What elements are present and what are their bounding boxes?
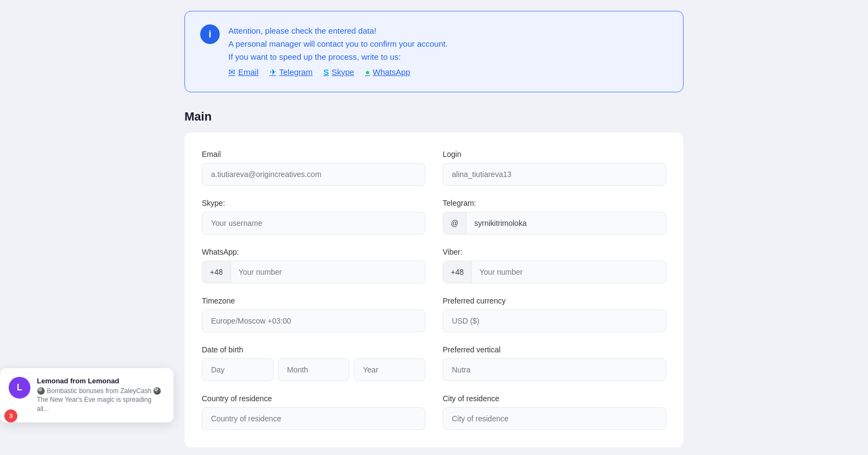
- dob-day-input[interactable]: [202, 358, 273, 381]
- whatsapp-label: WhatsApp:: [202, 248, 425, 256]
- skype-icon: S: [323, 66, 329, 79]
- notification-popup[interactable]: L Lemonad from Lemonad 🎱 Bombastic bonus…: [0, 368, 174, 422]
- notif-line1: 🎱 Bombastic bonuses from ZaleyCash 🎱: [37, 387, 165, 396]
- form-card: Email Login Skype: Telegram: @: [184, 132, 684, 447]
- dob-label: Date of birth: [202, 345, 425, 354]
- whatsapp-prefix: +48: [202, 261, 231, 283]
- viber-input[interactable]: [472, 261, 666, 283]
- alert-line2: A personal manager will contact you to c…: [228, 37, 448, 50]
- vertical-group: Preferred vertical: [443, 345, 666, 381]
- dob-group: Date of birth: [202, 345, 425, 381]
- country-group: Country of residence: [202, 394, 425, 430]
- telegram-input[interactable]: [467, 212, 666, 234]
- email-icon: ✉: [228, 66, 235, 79]
- telegram-group: Telegram: @: [443, 199, 666, 235]
- telegram-label: Telegram:: [443, 199, 666, 207]
- viber-group: Viber: +48: [443, 248, 666, 283]
- email-link[interactable]: ✉ Email: [228, 66, 259, 79]
- viber-label: Viber:: [443, 248, 666, 256]
- telegram-prefix: @: [443, 212, 467, 234]
- vertical-input[interactable]: [443, 358, 666, 381]
- whatsapp-group: WhatsApp: +48: [202, 248, 425, 283]
- skype-label: Skype:: [202, 199, 425, 207]
- email-group: Email: [202, 150, 425, 186]
- whatsapp-link[interactable]: ● WhatsApp: [365, 66, 410, 79]
- login-group: Login: [443, 150, 666, 186]
- whatsapp-input-wrapper: +48: [202, 261, 425, 283]
- whatsapp-input[interactable]: [231, 261, 425, 283]
- timezone-label: Timezone: [202, 296, 425, 305]
- skype-input[interactable]: [202, 212, 425, 235]
- alert-line1: Attention, please check the entered data…: [228, 24, 448, 37]
- whatsapp-icon: ●: [365, 66, 370, 79]
- notif-sender: Lemonad from Lemonad: [37, 377, 165, 385]
- country-input[interactable]: [202, 407, 425, 430]
- skype-group: Skype:: [202, 199, 425, 235]
- dob-month-input[interactable]: [278, 358, 349, 381]
- viber-input-wrapper: +48: [443, 261, 666, 283]
- alert-text: Attention, please check the entered data…: [228, 24, 448, 79]
- currency-input[interactable]: [443, 309, 666, 332]
- notif-avatar: L: [9, 377, 30, 399]
- viber-prefix: +48: [443, 261, 472, 283]
- login-input[interactable]: [443, 163, 666, 186]
- timezone-input[interactable]: [202, 309, 425, 332]
- timezone-group: Timezone: [202, 296, 425, 332]
- dob-inputs: [202, 358, 425, 381]
- section-title: Main: [184, 110, 684, 124]
- email-input[interactable]: [202, 163, 425, 186]
- email-label: Email: [202, 150, 425, 159]
- notif-line2: The New Year's Eve magic is spreading al…: [37, 395, 165, 414]
- skype-link[interactable]: S Skype: [323, 66, 354, 79]
- dob-year-input[interactable]: [354, 358, 425, 381]
- city-group: City of residence: [443, 394, 666, 430]
- telegram-icon: ✈: [270, 66, 277, 79]
- country-label: Country of residence: [202, 394, 425, 403]
- city-label: City of residence: [443, 394, 666, 403]
- notification-badge: 3: [4, 409, 17, 422]
- alert-line3: If you want to speed up the process, wri…: [228, 50, 448, 64]
- currency-group: Preferred currency: [443, 296, 666, 332]
- alert-box: i Attention, please check the entered da…: [184, 11, 684, 92]
- telegram-input-wrapper: @: [443, 212, 666, 235]
- currency-label: Preferred currency: [443, 296, 666, 305]
- vertical-label: Preferred vertical: [443, 345, 666, 354]
- telegram-link[interactable]: ✈ Telegram: [270, 66, 313, 79]
- alert-icon: i: [200, 24, 220, 44]
- notif-content: Lemonad from Lemonad 🎱 Bombastic bonuses…: [37, 377, 165, 414]
- login-label: Login: [443, 150, 666, 159]
- city-input[interactable]: [443, 407, 666, 430]
